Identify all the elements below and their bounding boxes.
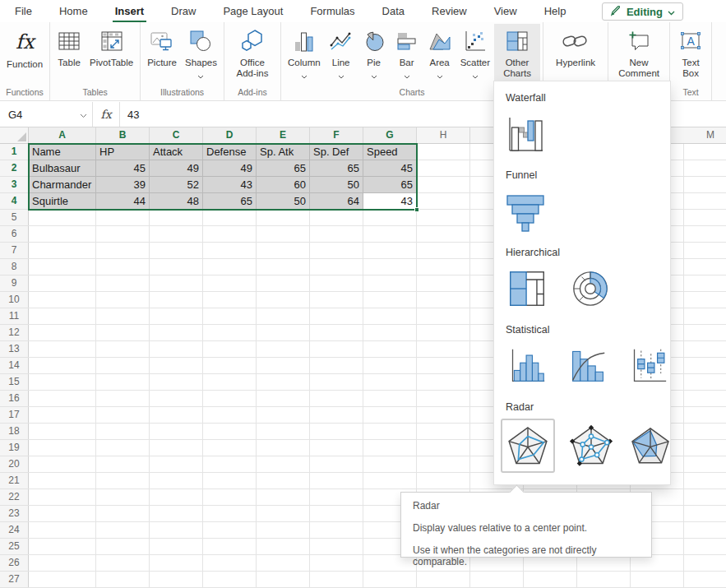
row-header-2[interactable]: 2: [0, 160, 29, 176]
cell-e3[interactable]: 60: [257, 177, 310, 193]
cell-b3[interactable]: 39: [96, 177, 150, 193]
cell-d1[interactable]: Defense: [203, 144, 257, 160]
bar-chart-button[interactable]: Bar: [391, 24, 423, 86]
filled-radar-chart-option[interactable]: [627, 422, 673, 470]
column-header-m[interactable]: M: [684, 127, 726, 143]
cell-f4[interactable]: 64: [310, 193, 363, 210]
row-header-7[interactable]: 7: [0, 243, 29, 258]
row-header-20[interactable]: 20: [0, 456, 29, 472]
cell-c2[interactable]: 49: [150, 160, 203, 177]
select-all-corner[interactable]: [0, 127, 29, 143]
cell-a3[interactable]: Charmander: [29, 177, 96, 193]
cell-g1[interactable]: Speed: [363, 144, 417, 160]
tab-file[interactable]: File: [15, 5, 32, 17]
row-header-21[interactable]: 21: [0, 473, 29, 488]
tab-help[interactable]: Help: [544, 5, 566, 17]
radar-chart-option-selected[interactable]: [501, 419, 555, 473]
cell-f2[interactable]: 65: [310, 160, 363, 177]
insert-function-button[interactable]: fx: [92, 102, 120, 127]
sunburst-chart-option[interactable]: [568, 266, 613, 311]
other-charts-button[interactable]: Other Charts: [494, 24, 540, 86]
waterfall-chart-option[interactable]: [502, 112, 548, 158]
tab-review[interactable]: Review: [432, 5, 467, 17]
function-button[interactable]: fx Function: [2, 24, 47, 86]
column-header-d[interactable]: D: [203, 127, 257, 143]
cell-b1[interactable]: HP: [96, 144, 150, 160]
cell-e1[interactable]: Sp. Atk: [257, 144, 310, 160]
row-header-23[interactable]: 23: [0, 506, 29, 521]
row-header-9[interactable]: 9: [0, 275, 29, 291]
cell-c4[interactable]: 48: [150, 193, 203, 210]
funnel-chart-option[interactable]: [502, 189, 548, 235]
cell-b4[interactable]: 44: [96, 193, 150, 210]
pivottable-button[interactable]: PivotTable: [86, 24, 137, 86]
table-button[interactable]: Table: [53, 24, 86, 86]
tab-data[interactable]: Data: [382, 5, 405, 17]
column-header-e[interactable]: E: [257, 127, 310, 143]
fill-handle[interactable]: [414, 207, 419, 212]
line-chart-button[interactable]: Line: [325, 24, 358, 86]
area-chart-button[interactable]: Area: [423, 24, 456, 86]
cell-g3[interactable]: 65: [363, 177, 417, 193]
row-header-19[interactable]: 19: [0, 440, 29, 456]
row-header-26[interactable]: 26: [0, 555, 29, 571]
cell-c3[interactable]: 52: [150, 177, 203, 193]
row-header-13[interactable]: 13: [0, 341, 29, 357]
tab-view[interactable]: View: [494, 5, 517, 17]
cell-e4[interactable]: 50: [257, 193, 310, 210]
row-header-27[interactable]: 27: [0, 572, 29, 587]
text-box-button[interactable]: A Text Box: [673, 24, 709, 86]
row-header-4[interactable]: 4: [0, 193, 29, 209]
row-header-12[interactable]: 12: [0, 325, 29, 340]
row-header-11[interactable]: 11: [0, 308, 29, 324]
cell-g2[interactable]: 45: [363, 160, 417, 177]
treemap-chart-option[interactable]: [506, 267, 548, 310]
cell-a2[interactable]: Bulbasaur: [29, 160, 96, 177]
row-header-15[interactable]: 15: [0, 374, 29, 390]
cell-a1[interactable]: Name: [29, 144, 96, 160]
shapes-button[interactable]: Shapes: [181, 24, 221, 86]
column-header-f[interactable]: F: [310, 127, 363, 143]
cell-e2[interactable]: 65: [257, 160, 310, 177]
cell-f3[interactable]: 50: [310, 177, 363, 193]
new-comment-button[interactable]: New Comment: [611, 24, 667, 86]
histogram-chart-option[interactable]: [506, 344, 548, 387]
office-addins-button[interactable]: Office Add-ins: [227, 24, 278, 86]
pie-chart-button[interactable]: Pie: [358, 24, 391, 86]
tab-insert[interactable]: Insert: [115, 5, 144, 17]
cell-d3[interactable]: 43: [203, 177, 257, 193]
row-header-5[interactable]: 5: [0, 210, 29, 225]
row-header-3[interactable]: 3: [0, 177, 29, 192]
row-header-1[interactable]: 1: [0, 144, 29, 160]
hyperlink-button[interactable]: Hyperlink: [546, 24, 605, 86]
column-header-a[interactable]: A: [29, 127, 96, 143]
tab-draw[interactable]: Draw: [171, 5, 196, 17]
scatter-chart-button[interactable]: Scatter: [456, 24, 494, 86]
column-header-h[interactable]: H: [417, 127, 470, 143]
tab-formulas[interactable]: Formulas: [310, 5, 354, 17]
radar-with-markers-chart-option[interactable]: [566, 422, 616, 470]
cell-f1[interactable]: Sp. Def: [310, 144, 363, 160]
row-header-17[interactable]: 17: [0, 407, 29, 423]
pareto-chart-option[interactable]: [566, 344, 609, 387]
row-header-6[interactable]: 6: [0, 226, 29, 242]
row-header-14[interactable]: 14: [0, 358, 29, 373]
row-header-16[interactable]: 16: [0, 391, 29, 406]
column-header-b[interactable]: B: [96, 127, 150, 143]
name-box[interactable]: G4: [0, 102, 92, 127]
column-header-c[interactable]: C: [150, 127, 203, 143]
column-chart-button[interactable]: Column: [284, 24, 325, 86]
cell-a4[interactable]: Squirtle: [29, 193, 96, 210]
box-and-whisker-chart-option[interactable]: [627, 344, 670, 387]
cell-b2[interactable]: 45: [96, 160, 150, 177]
tab-home[interactable]: Home: [59, 5, 88, 17]
cell-g4-active[interactable]: 43: [363, 193, 417, 210]
row-header-24[interactable]: 24: [0, 522, 29, 538]
tab-page-layout[interactable]: Page Layout: [223, 5, 283, 17]
row-header-25[interactable]: 25: [0, 539, 29, 554]
row-header-22[interactable]: 22: [0, 489, 29, 505]
row-header-10[interactable]: 10: [0, 292, 29, 308]
row-header-18[interactable]: 18: [0, 424, 29, 439]
cell-d4[interactable]: 65: [203, 193, 257, 210]
picture-button[interactable]: Picture: [143, 24, 181, 86]
